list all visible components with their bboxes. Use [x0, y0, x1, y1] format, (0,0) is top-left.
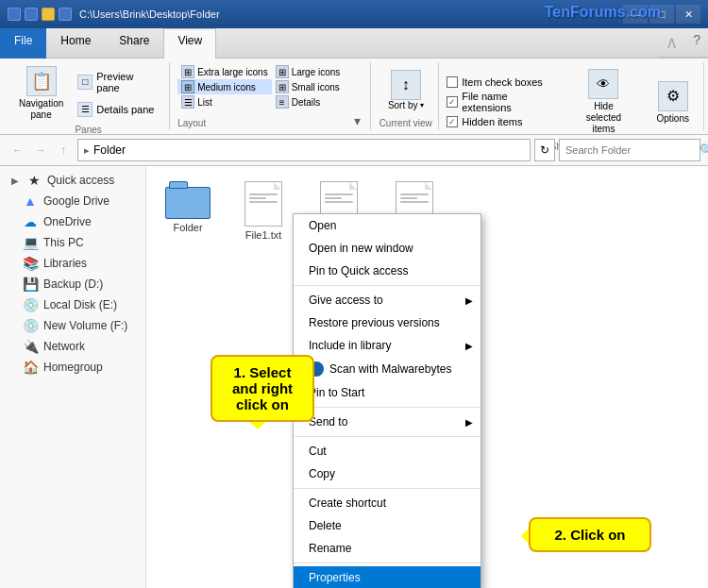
main-area: ▶ ★ Quick access ▲ Google Drive ☁ OneDri… — [0, 166, 708, 588]
ribbon-collapse-button[interactable]: ∧ — [658, 28, 685, 58]
sidebar-item-google-drive[interactable]: ▲ Google Drive — [0, 191, 145, 211]
menu-separator-5 — [294, 563, 480, 563]
sidebar-item-quick-access[interactable]: ▶ ★ Quick access — [0, 170, 145, 191]
folder-label: Folder — [173, 222, 202, 233]
sidebar-item-onedrive[interactable]: ☁ OneDrive — [0, 211, 145, 232]
current-view-content: ↕ Sort by ▾ — [379, 64, 432, 116]
item-check-boxes-row[interactable]: Item check boxes — [447, 76, 559, 88]
file-item-1[interactable]: File1.txt — [233, 177, 294, 244]
menu-item-pin-quick-access[interactable]: Pin to Quick access — [294, 260, 480, 282]
callout-step1-text: 1. Select and right click on — [232, 364, 293, 412]
google-drive-icon: ▲ — [23, 193, 38, 209]
sidebar-item-homegroup[interactable]: 🏠 Homegroup — [0, 357, 145, 378]
menu-item-give-access[interactable]: Give access to ▶ — [294, 289, 480, 311]
hidden-items-row[interactable]: Hidden items — [447, 116, 559, 127]
tab-home[interactable]: Home — [46, 28, 105, 59]
menu-item-cut[interactable]: Cut — [294, 440, 480, 462]
forward-button[interactable]: → — [30, 140, 51, 160]
path-separator: ▸ — [84, 144, 90, 157]
menu-item-pin-start[interactable]: Pin to Start — [294, 381, 480, 404]
sort-by-button[interactable]: ↕ Sort by ▾ — [379, 65, 432, 115]
new-volume-label: New Volume (F:) — [43, 319, 127, 332]
ribbon-tabs: File Home Share View ∧ ? — [0, 28, 708, 59]
panes-group-label: Panes — [75, 123, 101, 135]
titlebar-icons — [8, 8, 72, 21]
address-path-folder: Folder — [93, 143, 126, 157]
txt-icon-1 — [244, 181, 282, 227]
menu-item-create-shortcut[interactable]: Create shortcut — [294, 492, 480, 514]
folder-body — [165, 187, 211, 219]
address-input[interactable]: ▸ Folder — [77, 139, 531, 161]
menu-item-open[interactable]: Open — [294, 214, 480, 237]
details-pane-icon: ☰ — [77, 102, 93, 117]
refresh-button[interactable]: ↻ — [534, 139, 555, 161]
sidebar-item-network[interactable]: 🔌 Network — [0, 336, 145, 357]
txt-line-4 — [325, 197, 342, 199]
txt-line-2 — [249, 201, 278, 203]
menu-item-rename[interactable]: Rename — [294, 537, 480, 560]
menu-item-properties[interactable]: Properties — [294, 566, 480, 588]
item-check-boxes-cb[interactable] — [447, 76, 458, 88]
hidden-items-cb[interactable] — [447, 116, 458, 127]
tab-share[interactable]: Share — [105, 28, 163, 59]
ribbon-content: 📋 Navigationpane □ Preview pane ☰ Detail… — [0, 59, 708, 134]
close-button[interactable]: ✕ — [676, 5, 700, 24]
hide-selected-items-button[interactable]: 👁 Hide selecteditems — [566, 64, 640, 140]
details-pane-button[interactable]: ☰ Details pane — [73, 99, 163, 120]
callout-step2: 2. Click on — [529, 517, 651, 552]
small-icons-button[interactable]: ⊞ Small icons — [272, 79, 365, 94]
menu-item-include-library[interactable]: Include in library ▶ — [294, 334, 480, 357]
delete-label: Delete — [309, 519, 342, 532]
search-box[interactable]: 🔍 — [559, 139, 700, 161]
search-input[interactable] — [565, 144, 696, 156]
sidebar-item-libraries[interactable]: 📚 Libraries — [0, 253, 145, 274]
sidebar-item-backup[interactable]: 💾 Backup (D:) — [0, 274, 145, 294]
menu-separator-3 — [294, 436, 480, 437]
address-bar: ← → ↑ ▸ Folder ↻ 🔍 — [0, 135, 708, 166]
onedrive-icon: ☁ — [23, 214, 38, 229]
medium-label: Medium icons — [197, 82, 256, 92]
sidebar-item-local-disk[interactable]: 💿 Local Disk (E:) — [0, 294, 145, 315]
send-to-label: Send to — [309, 415, 347, 428]
file-name-extensions-cb[interactable] — [447, 96, 458, 108]
preview-pane-button[interactable]: □ Preview pane — [73, 68, 163, 96]
large-icon: ⊞ — [276, 65, 289, 78]
medium-icons-button[interactable]: ⊞ Medium icons — [177, 79, 271, 94]
menu-item-send-to[interactable]: Send to ▶ — [294, 411, 480, 433]
ribbon-help-button[interactable]: ? — [685, 28, 708, 58]
layout-scroll-button[interactable]: ▾ — [350, 113, 364, 128]
sidebar-item-new-volume[interactable]: 💿 New Volume (F:) — [0, 315, 145, 336]
menu-item-delete[interactable]: Delete — [294, 514, 480, 537]
extra-large-icons-button[interactable]: ⊞ Extra large icons — [177, 64, 271, 79]
menu-item-restore-versions[interactable]: Restore previous versions — [294, 311, 480, 334]
menu-item-copy[interactable]: Copy — [294, 462, 480, 485]
sidebar-item-this-pc[interactable]: 💻 This PC — [0, 232, 145, 253]
menu-item-open-new-window[interactable]: Open in new window — [294, 237, 480, 260]
file-item-folder[interactable]: Folder — [158, 177, 218, 237]
titlebar-icon-3 — [42, 8, 55, 21]
details-button[interactable]: ≡ Details — [272, 94, 365, 109]
up-button[interactable]: ↑ — [53, 140, 74, 160]
list-button[interactable]: ☰ List — [177, 94, 271, 109]
quick-access-icon: ★ — [26, 173, 42, 188]
file-name-extensions-row[interactable]: File name extensions — [447, 91, 559, 113]
ribbon-group-panes: 📋 Navigationpane □ Preview pane ☰ Detail… — [8, 62, 170, 130]
navigation-pane-icon: 📋 — [26, 66, 57, 96]
txt-lines-3 — [396, 190, 432, 205]
search-icon: 🔍 — [700, 143, 708, 157]
item-check-boxes-label: Item check boxes — [462, 76, 543, 88]
back-button[interactable]: ← — [8, 140, 28, 160]
tab-view[interactable]: View — [163, 28, 216, 59]
tab-file[interactable]: File — [0, 28, 46, 59]
titlebar-icon-1 — [8, 8, 21, 21]
txt-line-3 — [325, 193, 353, 195]
txt-line-6 — [400, 193, 429, 195]
large-icons-button[interactable]: ⊞ Large icons — [272, 64, 365, 79]
include-library-label: Include in library — [309, 339, 391, 352]
options-button[interactable]: ⚙ Options — [649, 76, 698, 128]
txt-line-8 — [400, 201, 429, 203]
titlebar-icon-2 — [25, 8, 38, 21]
menu-item-malwarebytes[interactable]: Scan with Malwarebytes — [294, 357, 480, 381]
navigation-pane-button[interactable]: 📋 Navigationpane — [13, 64, 69, 123]
folder-icon — [165, 181, 211, 219]
